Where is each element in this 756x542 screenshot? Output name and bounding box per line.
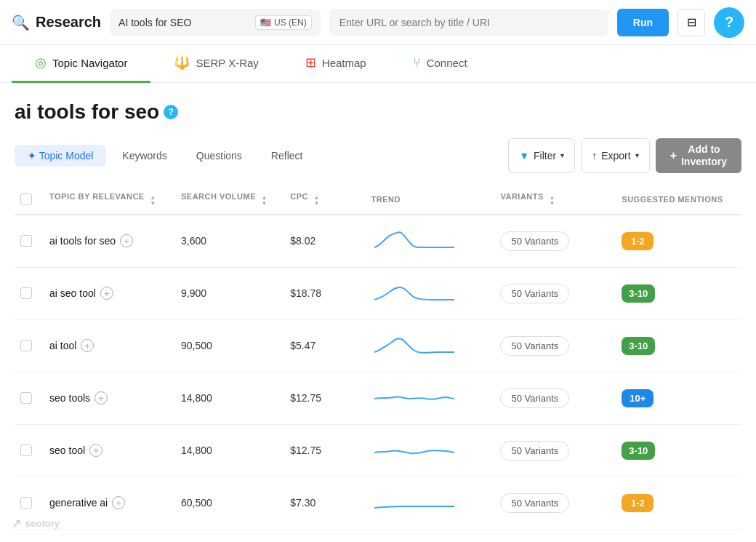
row-checkbox-cell [15, 319, 44, 372]
trend-sparkline [371, 330, 458, 359]
mentions-badge: 10+ [622, 389, 654, 407]
sv-sort-icon: ▲▼ [262, 195, 268, 207]
add-keyword-button[interactable]: + [112, 496, 125, 509]
export-button[interactable]: ↑ Export ▾ [581, 138, 649, 173]
tab-serp-xray[interactable]: 🔱 SERP X-Ray [150, 45, 281, 83]
keyword-label: ai seo tool [49, 287, 96, 299]
add-keyword-button[interactable]: + [120, 234, 133, 247]
add-keyword-button[interactable]: + [81, 339, 94, 352]
select-all-header[interactable] [15, 185, 44, 215]
filter-icon: ▼ [519, 150, 529, 162]
tab-connect[interactable]: ⑂ Connect [390, 45, 491, 83]
page-title-area: ai tools for seo ? [15, 100, 741, 124]
topic-col-header[interactable]: TOPIC BY RELEVANCE ▲▼ [44, 185, 175, 215]
row-checkbox[interactable] [20, 392, 32, 404]
search-icon: 🔍 [12, 14, 30, 31]
tab-heatmap[interactable]: ⊞ Heatmap [282, 45, 390, 83]
row-checkbox-cell [15, 215, 44, 268]
row-checkbox[interactable] [20, 445, 32, 456]
url-search-input[interactable] [339, 17, 598, 28]
help-button[interactable]: ? [714, 7, 744, 38]
search-volume-cell: 9,900 [175, 267, 284, 319]
row-checkbox[interactable] [20, 497, 32, 509]
select-all-checkbox[interactable] [20, 194, 32, 205]
variants-cell: 50 Variants [494, 267, 616, 319]
document-icon: ⊟ [687, 15, 696, 29]
subtab-keywords[interactable]: Keywords [109, 145, 180, 167]
mentions-cell: 10+ [616, 372, 741, 424]
variants-sort-icon: ▲▼ [549, 195, 555, 207]
toolbar-right: ▼ Filter ▾ ↑ Export ▾ + Add to Inventory [508, 138, 741, 173]
add-keyword-button[interactable]: + [100, 287, 113, 300]
search-volume-cell: 14,800 [175, 372, 284, 424]
mentions-cell: 1-2 [616, 477, 741, 529]
variants-cell: 50 Variants [494, 215, 616, 268]
export-chevron-icon: ▾ [635, 151, 639, 159]
mentions-badge: 3-10 [622, 337, 655, 355]
mentions-badge: 1-2 [622, 232, 654, 250]
sv-col-header[interactable]: SEARCH VOLUME ▲▼ [175, 185, 284, 215]
keyword-cell: ai tool + [44, 319, 175, 372]
page-title-text: ai tools for seo [15, 100, 159, 124]
language-badge[interactable]: 🇺🇸 US (EN) [255, 15, 312, 30]
subtab-questions[interactable]: Questions [183, 145, 255, 167]
add-keyword-button[interactable]: + [89, 444, 102, 457]
filter-chevron-icon: ▾ [560, 151, 564, 159]
cpc-cell: $7.30 [284, 477, 365, 529]
cpc-sort-icon: ▲▼ [314, 195, 320, 207]
keyword-cell: seo tool + [44, 424, 175, 477]
variants-button[interactable]: 50 Variants [500, 388, 569, 408]
search-volume-cell: 3,600 [175, 215, 284, 268]
mentions-badge: 3-10 [622, 284, 655, 303]
lang-code-label: US (EN) [274, 17, 307, 28]
subtab-reflect[interactable]: Reflect [258, 145, 316, 167]
trend-sparkline [371, 278, 458, 307]
mentions-cell: 3-10 [616, 319, 741, 372]
main-search-input[interactable] [118, 17, 249, 28]
mentions-badge: 3-10 [622, 442, 655, 460]
search-volume-cell: 14,800 [175, 424, 284, 477]
subtab-topic-model[interactable]: ✦ Topic Model [15, 145, 106, 167]
row-checkbox[interactable] [20, 340, 32, 351]
variants-col-header[interactable]: VARIANTS ▲▼ [494, 185, 616, 215]
cpc-col-header[interactable]: CPC ▲▼ [284, 185, 365, 215]
heatmap-icon: ⊞ [305, 55, 316, 71]
row-checkbox[interactable] [20, 235, 32, 247]
row-checkbox-cell [15, 372, 44, 424]
export-icon: ↑ [592, 150, 597, 162]
cpc-cell: $18.78 [284, 267, 365, 319]
variants-cell: 50 Variants [494, 319, 616, 372]
topic-navigator-icon: ◎ [35, 55, 47, 71]
brand-title: Research [36, 14, 101, 31]
variants-button[interactable]: 50 Variants [500, 441, 569, 461]
add-icon: + [670, 148, 677, 162]
keyword-cell: ai seo tool + [44, 267, 175, 319]
topic-model-icon: ✦ [28, 150, 39, 162]
variants-button[interactable]: 50 Variants [500, 231, 569, 251]
variants-button[interactable]: 50 Variants [500, 493, 569, 513]
table-row: ai tool + 90,500 $5.47 50 Variants 3-10 [15, 319, 741, 372]
variants-button[interactable]: 50 Variants [500, 336, 569, 356]
document-icon-button[interactable]: ⊟ [677, 9, 705, 36]
trend-cell [365, 477, 494, 529]
cpc-cell: $12.75 [284, 424, 365, 477]
watermark-text: seotory [25, 518, 60, 529]
title-help-button[interactable]: ? [164, 105, 178, 119]
trend-col-header: TREND [365, 185, 494, 215]
flag-icon: 🇺🇸 [260, 17, 271, 28]
add-inventory-button[interactable]: + Add to Inventory [656, 138, 741, 173]
row-checkbox[interactable] [20, 287, 32, 299]
trend-sparkline [371, 487, 458, 517]
search-volume-cell: 60,500 [175, 477, 284, 529]
run-button[interactable]: Run [617, 9, 669, 36]
results-table: TOPIC BY RELEVANCE ▲▼ SEARCH VOLUME ▲▼ C… [15, 185, 741, 530]
search-volume-cell: 90,500 [175, 319, 284, 372]
filter-button[interactable]: ▼ Filter ▾ [508, 138, 575, 173]
cpc-cell: $5.47 [284, 319, 365, 372]
tab-topic-navigator[interactable]: ◎ Topic Navigator [12, 45, 150, 83]
trend-sparkline [371, 435, 458, 464]
keyword-label: generative ai [49, 497, 108, 509]
variants-button[interactable]: 50 Variants [500, 284, 569, 303]
table-row: ai seo tool + 9,900 $18.78 50 Variants 3… [15, 267, 741, 319]
add-keyword-button[interactable]: + [94, 391, 108, 404]
